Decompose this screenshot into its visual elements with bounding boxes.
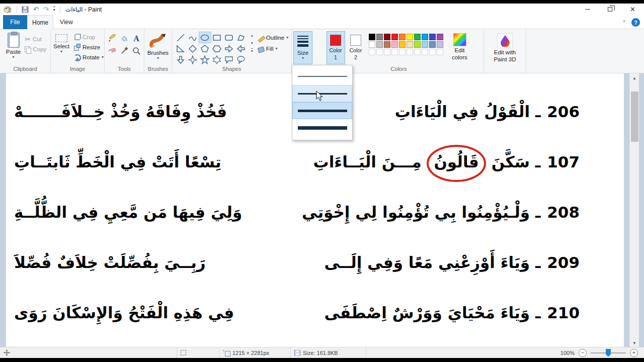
pencil-tool[interactable] [107,33,118,44]
verse-text: ـ وَيَاءَ مَحْيَايَ وَوَرْشٌ اِصْطَفَى [324,304,540,322]
tab-home[interactable]: Home [27,15,53,30]
shape-star-4[interactable] [187,54,199,65]
palette-swatch[interactable] [384,41,390,48]
fill-tool[interactable] [119,33,130,44]
edit-with-paint3d-button[interactable]: Edit with Paint 3D [486,31,524,63]
eraser-tool[interactable] [107,45,118,56]
minimize-button[interactable] [576,4,599,15]
shapes-more-icon[interactable]: ▾ [251,48,253,53]
vertical-scrollbar[interactable]: ▴ ▾ [629,73,639,347]
shape-pentagon[interactable] [199,43,211,54]
shape-triangle[interactable] [175,43,187,54]
palette-swatch[interactable] [414,34,421,40]
shape-callout-rounded[interactable] [223,54,235,65]
select-button[interactable]: Select ▾ [51,31,71,62]
palette-swatch[interactable] [376,41,383,48]
paste-button[interactable]: Paste ▾ [4,31,23,60]
palette-swatch-empty[interactable] [437,49,443,55]
shapes-scroll-up-icon[interactable]: ▴ [251,33,253,38]
color1-button[interactable]: Color 1 [327,31,345,64]
shape-diamond[interactable] [187,43,199,54]
status-zoom-controls: 100% − + [556,347,644,358]
palette-swatch[interactable] [399,34,406,40]
shapes-scroll-down-icon[interactable]: ▾ [251,41,253,45]
brushes-button[interactable]: Brushes ▾ [145,31,171,61]
edit-colors-button[interactable]: Edit colors [447,31,473,61]
palette-swatch[interactable] [407,34,413,40]
scrollbar-track[interactable] [630,82,639,338]
palette-swatch-empty[interactable] [407,49,413,55]
customize-qat-icon[interactable]: ▾ [53,7,55,12]
palette-swatch[interactable] [422,41,428,48]
scroll-down-icon[interactable]: ▾ [630,338,639,347]
palette-swatch[interactable] [407,41,413,48]
palette-swatch[interactable] [437,34,443,40]
palette-swatch[interactable] [437,41,443,48]
scrollbar-thumb[interactable] [631,92,638,142]
tab-view[interactable]: View [53,15,79,29]
palette-swatch-empty[interactable] [399,49,406,55]
shape-arrow-down[interactable] [175,54,187,65]
palette-swatch[interactable] [429,41,436,48]
palette-swatch[interactable] [414,41,421,48]
shape-rounded-rectangle[interactable] [223,32,235,43]
palette-swatch-empty[interactable] [429,49,436,55]
rotate-button[interactable]: Rotate ▾ [73,52,104,62]
palette-swatch[interactable] [376,34,383,40]
palette-swatch-empty[interactable] [414,49,421,55]
save-icon[interactable] [22,6,29,13]
palette-swatch[interactable] [384,34,390,40]
palette-swatch[interactable] [391,34,398,40]
palette-swatch-empty[interactable] [391,49,398,55]
palette-swatch-empty[interactable] [369,49,375,55]
redo-icon[interactable]: ↷ [43,6,49,13]
outline-button[interactable]: Outline ▾ [257,34,288,41]
zoom-out-button[interactable]: − [579,349,587,357]
verse-number: 208 [547,203,580,221]
shape-arrow-left[interactable] [235,43,247,54]
palette-swatch-empty[interactable] [422,49,428,55]
cut-button[interactable]: ✂ Cut [25,34,46,44]
resize-button[interactable]: Resize [73,42,104,52]
shape-hexagon[interactable] [211,43,223,54]
fill-button[interactable]: Fill ▾ [257,45,288,52]
palette-swatch[interactable] [422,34,428,40]
palette-swatch-empty[interactable] [384,49,390,55]
size-option-8px[interactable] [292,119,352,136]
color2-button[interactable]: Color 2 [347,31,365,64]
close-button[interactable]: ✕ [621,4,644,15]
size-option-5px[interactable] [292,102,352,119]
shape-polygon[interactable] [235,32,247,43]
shape-rectangle[interactable] [211,32,223,43]
color-picker-tool[interactable] [119,45,130,56]
palette-swatch[interactable] [399,41,406,48]
zoom-slider[interactable] [591,352,626,353]
help-icon[interactable]: ? [631,18,640,27]
palette-swatch-empty[interactable] [376,49,383,55]
shape-callout-oval[interactable] [235,54,247,65]
tab-file[interactable]: File [3,15,27,29]
magnifier-tool[interactable] [131,45,142,56]
copy-button[interactable]: Copy [25,44,46,54]
size-button[interactable]: Size ▾ [293,31,312,64]
shape-curve[interactable] [187,32,199,43]
shape-line[interactable] [175,32,187,43]
size-option-1px[interactable] [292,68,352,85]
restore-button[interactable] [599,4,621,15]
shape-star-6[interactable] [211,54,223,65]
resize-label: Resize [83,44,100,50]
palette-swatch[interactable] [429,34,436,40]
zoom-in-button[interactable]: + [630,349,638,357]
palette-swatch[interactable] [369,41,375,48]
undo-icon[interactable]: ↶ [33,6,39,13]
zoom-slider-thumb[interactable] [606,349,611,357]
text-tool[interactable]: A [131,33,142,44]
shape-oval[interactable] [199,32,211,43]
palette-swatch[interactable] [391,41,398,48]
crop-button[interactable]: Crop [73,32,104,42]
collapse-ribbon-icon[interactable]: ^ [623,20,625,25]
shape-star-5[interactable] [199,54,211,65]
shape-arrow-right[interactable] [223,43,235,54]
scroll-up-icon[interactable]: ▴ [630,73,639,82]
palette-swatch[interactable] [369,34,375,40]
